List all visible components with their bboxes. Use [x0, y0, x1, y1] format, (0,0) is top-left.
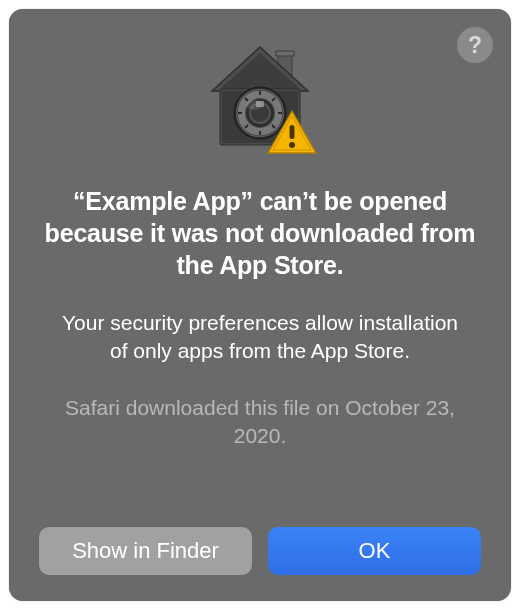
dialog-subtext: Your security preferences allow installa… [39, 309, 481, 364]
show-in-finder-button[interactable]: Show in Finder [39, 527, 252, 575]
help-icon: ? [468, 32, 482, 59]
svg-rect-23 [290, 125, 295, 139]
dialog-heading: “Example App” can’t be opened because it… [39, 185, 481, 281]
svg-point-22 [246, 100, 262, 110]
gatekeeper-vault-icon [200, 43, 320, 163]
dialog-meta: Safari downloaded this file on October 2… [39, 394, 481, 449]
svg-point-24 [289, 142, 295, 148]
ok-button[interactable]: OK [268, 527, 481, 575]
help-button[interactable]: ? [457, 27, 493, 63]
svg-rect-1 [276, 51, 294, 56]
button-row: Show in Finder OK [39, 527, 481, 575]
gatekeeper-dialog: ? [9, 9, 511, 601]
